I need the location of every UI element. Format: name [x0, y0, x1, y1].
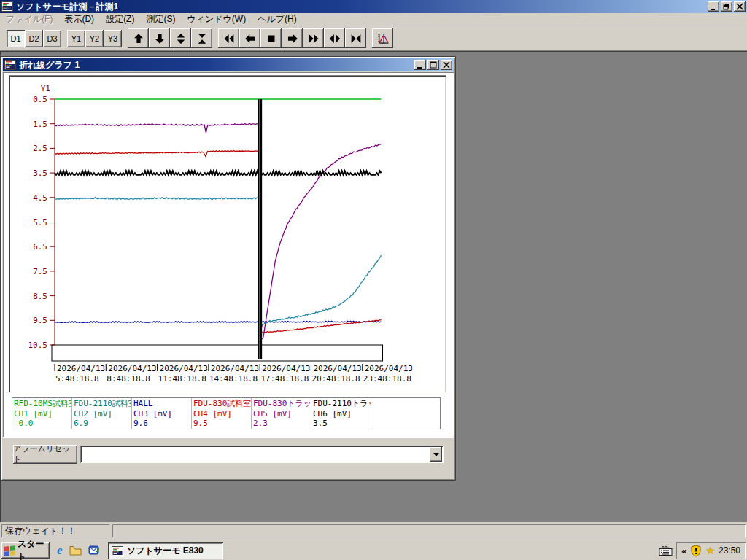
legend-cell-CH6: FDU-2110トラッCH6 [mV]3.5: [311, 398, 371, 429]
menu-item-window[interactable]: ウィンドウ(W): [181, 12, 252, 26]
toolbar-button-stop[interactable]: [260, 28, 282, 48]
toolbar-button-collapse-horizontal[interactable]: [345, 28, 366, 48]
show-desktop-icon[interactable]: [69, 545, 82, 556]
graph-window-client: 0.51.52.53.54.55.56.57.58.59.510.5Y12026…: [3, 72, 454, 478]
tray-chevron-expand[interactable]: «: [681, 545, 686, 556]
alarm-combobox[interactable]: [80, 446, 444, 463]
maximize-button[interactable]: [427, 60, 439, 70]
x-tick-date: 2026/04/13: [108, 364, 156, 373]
security-shield-icon[interactable]: [690, 545, 702, 557]
toolbar-button-expand-vertical[interactable]: [170, 28, 191, 48]
internet-explorer-icon[interactable]: e: [57, 545, 63, 556]
line-chart: 0.51.52.53.54.55.56.57.58.59.510.5Y12026…: [10, 77, 445, 392]
quick-launch: e: [57, 543, 100, 558]
series-CH5-line: [55, 104, 382, 340]
alarm-combobox-input[interactable]: [82, 448, 428, 462]
tray-clock: 23:50: [719, 545, 740, 556]
menu-item-measure[interactable]: 測定(S): [140, 12, 181, 26]
y-tick-label: 9.5: [33, 316, 47, 325]
toolbar-button-Y2[interactable]: Y2: [85, 30, 104, 47]
x-tick-date: 2026/04/13: [160, 364, 208, 373]
toolbar-button-expand-horizontal[interactable]: [324, 28, 345, 48]
x-tick-time: 8:48:18.8: [107, 374, 150, 384]
y-tick-label: 1.5: [33, 120, 47, 129]
status-panel-secondary: [112, 524, 746, 537]
close-icon[interactable]: [441, 60, 452, 70]
menu-item-settings[interactable]: 設定(Z): [100, 12, 140, 26]
outlook-icon[interactable]: [88, 545, 100, 556]
toolbar-button-arrow-left[interactable]: [239, 28, 260, 48]
x-tick-time: 17:48:18.8: [260, 374, 309, 384]
x-tick-time: 5:48:18.8: [55, 374, 99, 384]
app-icon: [4, 59, 16, 71]
y-tick-label: 7.5: [33, 267, 47, 276]
x-tick-time: 23:48:18.8: [363, 374, 411, 384]
windows-logo-icon: [4, 545, 15, 556]
expand-vertical-icon: [174, 32, 187, 45]
x-tick-time: 20:48:18.8: [311, 374, 360, 384]
y-tick-label: 2.5: [33, 144, 47, 153]
system-tray: « ★ 23:50: [659, 542, 746, 559]
start-button-label: スタート: [18, 538, 50, 560]
taskbar: スタート e ソフトサーモ E830 « ★ 23:50: [0, 540, 747, 560]
y-axis-title: Y1: [41, 84, 50, 93]
toolbar-button-fast-forward[interactable]: [303, 28, 324, 48]
toolbar-button-D2[interactable]: D2: [25, 30, 43, 47]
minimize-button[interactable]: [708, 1, 719, 12]
toolbar-button-D1[interactable]: D1: [7, 30, 25, 47]
star-icon[interactable]: ★: [705, 545, 715, 556]
status-message: 保存ウェイト！！: [1, 524, 109, 537]
task-button-softthermo[interactable]: ソフトサーモ E830: [108, 542, 223, 559]
menu-item-view[interactable]: 表示(D): [58, 12, 100, 26]
toolbar-button-D3[interactable]: D3: [43, 30, 61, 47]
toolbar-button-Y1[interactable]: Y1: [67, 30, 85, 47]
app-icon: [1, 1, 13, 12]
x-tick-date: 2026/04/13: [365, 364, 413, 373]
ime-keyboard-icon[interactable]: [659, 545, 673, 556]
app-icon: [112, 545, 123, 557]
toolbar: D1D2D3Y1Y2Y3: [0, 26, 747, 51]
y-tick-label: 10.5: [28, 341, 48, 350]
alarm-reset-button[interactable]: アラームリセット: [13, 445, 77, 464]
restore-button[interactable]: [721, 1, 732, 12]
legend-cell-CH1: RFD-10MS試料室CH1 [mV]-0.0: [12, 398, 72, 429]
start-button[interactable]: スタート: [1, 542, 50, 559]
stop-icon: [265, 32, 278, 45]
x-tick-date: 2026/04/13: [57, 364, 105, 373]
minimize-button[interactable]: [414, 60, 426, 70]
main-titlebar[interactable]: ソフトサーモ計測－計測1: [0, 0, 747, 13]
series-CH4-line: [55, 151, 382, 333]
collapse-vertical-icon: [196, 32, 209, 45]
toolbar-button-rewind[interactable]: [218, 28, 239, 48]
close-icon[interactable]: [734, 1, 746, 12]
arrow-down-icon: [153, 32, 166, 45]
series-CH2-line: [55, 198, 382, 334]
legend-cell-CH3: HALLCH3 [mV]9.6: [132, 398, 192, 429]
collapse-horizontal-icon: [349, 32, 363, 45]
mdi-workspace: 折れ線グラフ 1 0.51.52.53.54.55.56.57.58.59.51…: [0, 51, 747, 522]
menu-item-help[interactable]: ヘルプ(H): [252, 12, 303, 26]
menu-item-file[interactable]: ファイル(F): [0, 12, 58, 26]
toolbar-button-graph[interactable]: [372, 28, 393, 48]
chevron-down-icon: [433, 453, 439, 456]
toolbar-button-collapse-vertical[interactable]: [191, 28, 212, 48]
rewind-icon: [222, 32, 236, 45]
menu-bar: ファイル(F)表示(D)設定(Z)測定(S)ウィンドウ(W)ヘルプ(H): [0, 13, 747, 26]
task-button-label: ソフトサーモ E830: [127, 545, 204, 557]
combobox-dropdown-button[interactable]: [430, 447, 442, 462]
arrow-up-icon: [132, 32, 145, 45]
toolbar-button-arrow-down[interactable]: [149, 28, 170, 48]
y-tick-label: 5.5: [33, 218, 47, 228]
toolbar-button-arrow-right[interactable]: [282, 28, 303, 48]
channel-legend: RFD-10MS試料室CH1 [mV]-0.0FDU-2110試料室CH2 [m…: [12, 397, 441, 429]
legend-cell-CH4: FDU-830試料室CH4 [mV]9.5: [192, 398, 252, 429]
toolbar-button-arrow-up[interactable]: [128, 28, 149, 48]
toolbar-button-Y3[interactable]: Y3: [104, 30, 122, 47]
chart-panel: 0.51.52.53.54.55.56.57.58.59.510.5Y12026…: [9, 75, 446, 393]
graph-window-titlebar[interactable]: 折れ線グラフ 1: [3, 58, 454, 71]
y-tick-label: 0.5: [33, 95, 47, 104]
y-tick-label: 6.5: [33, 242, 47, 252]
graph-window: 折れ線グラフ 1 0.51.52.53.54.55.56.57.58.59.51…: [1, 57, 455, 480]
expand-horizontal-icon: [328, 32, 341, 45]
graph-window-title: 折れ線グラフ 1: [19, 59, 413, 71]
